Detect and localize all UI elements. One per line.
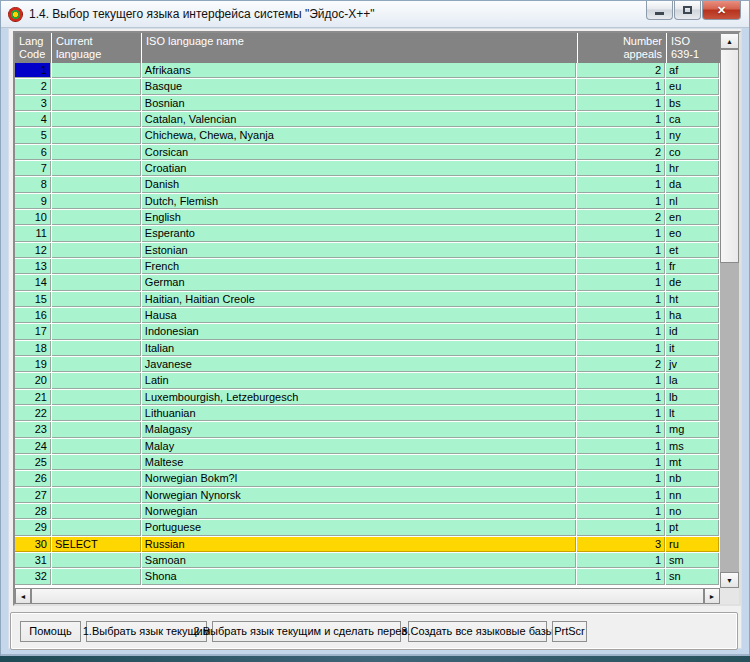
cell-name[interactable]: Luxembourgish, Letzeburgesch [142, 390, 576, 405]
cell-appeals[interactable]: 1 [577, 128, 665, 143]
cell-current[interactable] [52, 406, 141, 421]
cell-appeals[interactable]: 1 [577, 455, 665, 470]
cell-current[interactable] [52, 177, 141, 192]
table-row[interactable]: 13French1fr [15, 259, 720, 274]
cell-code[interactable]: 20 [15, 373, 51, 388]
cell-appeals[interactable]: 1 [577, 553, 665, 568]
table-row[interactable]: 19Javanese2jv [15, 357, 720, 372]
table-row[interactable]: 17Indonesian1id [15, 324, 720, 339]
cell-code[interactable]: 21 [15, 390, 51, 405]
table-row[interactable]: 26Norwegian Bokm?l1nb [15, 471, 720, 486]
table-row[interactable]: 12Estonian1et [15, 243, 720, 258]
table-row[interactable]: 16Hausa1ha [15, 308, 720, 323]
cell-current[interactable] [52, 504, 141, 519]
cell-code[interactable]: 14 [15, 275, 51, 290]
cell-appeals[interactable]: 1 [577, 520, 665, 535]
table-row[interactable]: 7Croatian1hr [15, 161, 720, 176]
table-row[interactable]: 24Malay1ms [15, 439, 720, 454]
help-button[interactable]: Помощь [20, 621, 81, 642]
cell-appeals[interactable]: 1 [577, 504, 665, 519]
cell-iso[interactable]: nb [666, 471, 719, 486]
cell-iso[interactable]: ny [666, 128, 719, 143]
cell-name[interactable]: Estonian [142, 243, 576, 258]
cell-appeals[interactable]: 1 [577, 194, 665, 209]
cell-current[interactable] [52, 161, 141, 176]
vertical-scrollbar-thumb[interactable] [720, 49, 739, 263]
cell-name[interactable]: Dutch, Flemish [142, 194, 576, 209]
cell-iso[interactable]: ha [666, 308, 719, 323]
table-row[interactable]: 27Norwegian Nynorsk1nn [15, 488, 720, 503]
cell-name[interactable]: Latin [142, 373, 576, 388]
cell-appeals[interactable]: 1 [577, 324, 665, 339]
cell-code[interactable]: 28 [15, 504, 51, 519]
table-row[interactable]: 4Catalan, Valencian1ca [15, 112, 720, 127]
horizontal-scrollbar-thumb[interactable] [31, 588, 704, 604]
cell-current[interactable] [52, 488, 141, 503]
cell-current[interactable] [52, 79, 141, 94]
cell-current[interactable] [52, 112, 141, 127]
cell-iso[interactable]: jv [666, 357, 719, 372]
cell-iso[interactable]: sn [666, 569, 719, 584]
scroll-left-button[interactable]: ◄ [15, 588, 31, 604]
table-row[interactable]: 9Dutch, Flemish1nl [15, 194, 720, 209]
cell-current[interactable] [52, 553, 141, 568]
cell-iso[interactable]: ru [666, 537, 719, 552]
cell-appeals[interactable]: 1 [577, 406, 665, 421]
cell-appeals[interactable]: 1 [577, 112, 665, 127]
cell-current[interactable] [52, 210, 141, 225]
create-language-bases-button[interactable]: 3.Создать все языковые базы [408, 621, 547, 642]
cell-iso[interactable]: la [666, 373, 719, 388]
cell-appeals[interactable]: 3 [577, 537, 665, 552]
cell-name[interactable]: Norwegian Bokm?l [142, 471, 576, 486]
cell-name[interactable]: Bosnian [142, 96, 576, 111]
cell-appeals[interactable]: 1 [577, 161, 665, 176]
cell-code[interactable]: 8 [15, 177, 51, 192]
vertical-scrollbar[interactable]: ▲ ▼ [720, 33, 739, 588]
table-row[interactable]: 6Corsican2co [15, 145, 720, 160]
cell-current[interactable] [52, 226, 141, 241]
cell-name[interactable]: Norwegian Nynorsk [142, 488, 576, 503]
cell-code[interactable]: 22 [15, 406, 51, 421]
scroll-down-button[interactable]: ▼ [720, 572, 739, 588]
cell-iso[interactable]: af [666, 63, 719, 78]
cell-iso[interactable]: pt [666, 520, 719, 535]
cell-iso[interactable]: lb [666, 390, 719, 405]
cell-appeals[interactable]: 1 [577, 439, 665, 454]
table-row[interactable]: 23Malagasy1mg [15, 422, 720, 437]
table-row[interactable]: 20Latin1la [15, 373, 720, 388]
cell-name[interactable]: Russian [142, 537, 576, 552]
table-row[interactable]: 25Maltese1mt [15, 455, 720, 470]
cell-appeals[interactable]: 2 [577, 145, 665, 160]
cell-appeals[interactable]: 1 [577, 488, 665, 503]
cell-iso[interactable]: lt [666, 406, 719, 421]
cell-code[interactable]: 3 [15, 96, 51, 111]
cell-code[interactable]: 5 [15, 128, 51, 143]
cell-appeals[interactable]: 1 [577, 259, 665, 274]
table-row[interactable]: 29Portuguese1pt [15, 520, 720, 535]
cell-current[interactable] [52, 520, 141, 535]
cell-code[interactable]: 11 [15, 226, 51, 241]
cell-iso[interactable]: sm [666, 553, 719, 568]
cell-current[interactable] [52, 63, 141, 78]
cell-appeals[interactable]: 1 [577, 275, 665, 290]
cell-appeals[interactable]: 1 [577, 292, 665, 307]
cell-name[interactable]: Indonesian [142, 324, 576, 339]
cell-appeals[interactable]: 1 [577, 373, 665, 388]
table-row[interactable]: 2Basque1eu [15, 79, 720, 94]
scroll-up-button[interactable]: ▲ [720, 33, 739, 49]
cell-appeals[interactable]: 2 [577, 357, 665, 372]
cell-current[interactable] [52, 308, 141, 323]
cell-code[interactable]: 9 [15, 194, 51, 209]
table-row[interactable]: 18Italian1it [15, 341, 720, 356]
table-row[interactable]: 28Norwegian1no [15, 504, 720, 519]
cell-current[interactable] [52, 259, 141, 274]
table-row[interactable]: 15Haitian, Haitian Creole1ht [15, 292, 720, 307]
cell-appeals[interactable]: 1 [577, 308, 665, 323]
table-row[interactable]: 22Lithuanian1lt [15, 406, 720, 421]
cell-current[interactable] [52, 373, 141, 388]
maximize-button[interactable] [674, 1, 701, 20]
cell-current[interactable] [52, 275, 141, 290]
cell-name[interactable]: Malay [142, 439, 576, 454]
prtscr-button[interactable]: PrtScr [552, 621, 587, 642]
cell-code[interactable]: 23 [15, 422, 51, 437]
